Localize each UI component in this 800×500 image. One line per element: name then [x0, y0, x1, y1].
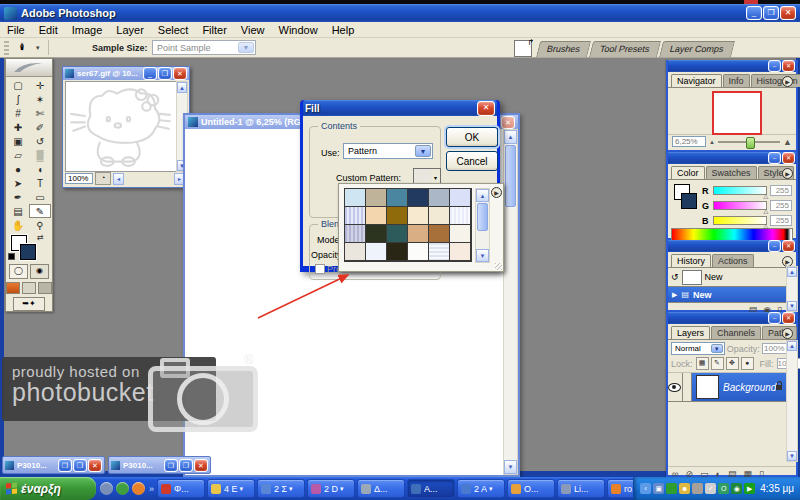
navigator-panel-titlebar[interactable]: –✕ [668, 60, 796, 72]
navigator-zoom-field[interactable]: 6,25% [672, 136, 706, 147]
visibility-cell[interactable] [668, 373, 683, 401]
fullscreen-menubar-icon[interactable] [22, 282, 36, 294]
taskbar-button-A[interactable]: A... [407, 479, 455, 498]
panel-menu-icon[interactable]: ▶ [782, 168, 793, 179]
play-icon[interactable]: ▶ [744, 483, 755, 494]
lock-image-icon[interactable]: ✎ [711, 357, 724, 370]
shield-icon[interactable]: ✓ [705, 483, 716, 494]
sample-size-select[interactable]: Point Sample ▼ [152, 40, 256, 55]
tool-brush[interactable]: ✐ [29, 120, 51, 134]
taskbar-button-O[interactable]: O... [507, 479, 555, 498]
layers-panel-titlebar[interactable]: –✕ [668, 312, 796, 324]
tool-type[interactable]: T [29, 176, 51, 190]
slider-thumb-icon[interactable]: △ [763, 192, 768, 199]
tool-clone-stamp[interactable]: ▣ [7, 134, 29, 148]
slider-thumb-icon[interactable]: △ [763, 222, 768, 229]
navigator-proxy-view[interactable] [712, 91, 762, 135]
palette-tab-tool-presets[interactable]: Tool Presets [589, 41, 661, 57]
panel-menu-icon[interactable]: ▶ [782, 328, 793, 339]
pattern-swatch[interactable] [428, 188, 450, 207]
panel-minimize-button[interactable]: – [768, 60, 781, 72]
tool-lasso[interactable]: ʃ [7, 92, 29, 106]
panel-close-button[interactable]: ✕ [782, 312, 795, 324]
menu-filter[interactable]: Filter [195, 22, 233, 38]
navigator-zoom-slider[interactable] [718, 141, 780, 143]
channel-slider[interactable]: △ [713, 201, 767, 210]
maximize-button[interactable]: ❒ [763, 6, 779, 20]
title-bar[interactable]: Adobe Photoshop _ ❒ ✕ [0, 4, 800, 22]
menu-view[interactable]: View [234, 22, 272, 38]
kitty-canvas[interactable] [65, 81, 177, 172]
pattern-swatch[interactable] [449, 242, 471, 261]
kitty-minimize-button[interactable]: _ [143, 67, 157, 80]
taskbar-button-2[interactable]: 2 Σ ▾ [257, 479, 305, 498]
taskbar-button-app[interactable]: Φ... [157, 479, 205, 498]
tool-eyedropper[interactable]: ✎ [29, 204, 51, 218]
minimized-doc-2[interactable]: P3010... ❐ ❒ ✕ [108, 456, 211, 474]
panel-close-button[interactable]: ✕ [782, 60, 795, 72]
quickstart-icon[interactable]: O [718, 483, 729, 494]
channel-value[interactable]: 255 [770, 185, 792, 196]
options-bar-grip[interactable] [4, 41, 9, 55]
tool-slice[interactable]: ✄ [29, 106, 51, 120]
lock-position-icon[interactable]: ✥ [726, 357, 739, 370]
network-icon[interactable]: ▣ [653, 483, 664, 494]
channel-slider[interactable]: △ [713, 216, 767, 225]
background-color-chip[interactable] [20, 244, 36, 260]
tool-dodge[interactable]: ◖ [29, 162, 51, 176]
tool-notes[interactable]: ▤ [7, 204, 29, 218]
tab-color[interactable]: Color [671, 166, 705, 179]
pattern-swatch[interactable] [428, 206, 450, 225]
fill-dialog-title-bar[interactable]: Fill ✕ [303, 100, 497, 116]
pattern-swatch[interactable] [365, 242, 387, 261]
kitty-close-button[interactable]: ✕ [173, 67, 187, 80]
pattern-swatch[interactable] [344, 242, 366, 261]
tool-blur[interactable]: ● [7, 162, 29, 176]
taskbar-button-app[interactable]: Δ... [357, 479, 405, 498]
tool-healing-brush[interactable]: ✚ [7, 120, 29, 134]
tool-hand[interactable]: ✋ [7, 218, 29, 232]
close-button[interactable]: ✕ [88, 459, 102, 472]
menu-layer[interactable]: Layer [109, 22, 151, 38]
palette-tab-layer-comps[interactable]: Layer Comps [659, 41, 735, 57]
tool-history-brush[interactable]: ↺ [29, 134, 51, 148]
history-scrollbar[interactable]: ▲▼ [786, 266, 798, 312]
tab-channels[interactable]: Channels [711, 326, 761, 339]
bg-chip[interactable] [681, 193, 697, 209]
green-app-icon[interactable] [116, 482, 129, 495]
tool-gradient[interactable]: ▒ [29, 148, 51, 162]
untitled-vscrollbar[interactable]: ▲ ▼ [503, 129, 518, 475]
tool-move[interactable]: ✛ [29, 78, 51, 92]
taskbar-button-Li[interactable]: Li... [557, 479, 605, 498]
panel-minimize-button[interactable]: – [768, 312, 781, 324]
minimized-doc-1[interactable]: P3010... ❐ ❒ ✕ [2, 456, 105, 474]
fullscreen-icon[interactable] [38, 282, 52, 294]
pattern-swatch[interactable] [344, 224, 366, 243]
panel-minimize-button[interactable]: – [768, 152, 781, 164]
media-player-icon[interactable] [100, 482, 113, 495]
status-info-icon[interactable]: ◔ [95, 172, 111, 185]
color-panel-titlebar[interactable]: –✕ [668, 152, 796, 164]
pattern-swatch[interactable] [344, 188, 366, 207]
panel-minimize-button[interactable]: – [768, 240, 781, 252]
menu-file[interactable]: File [0, 22, 32, 38]
fill-dialog-close-button[interactable]: ✕ [477, 101, 495, 116]
default-colors-icon[interactable] [8, 253, 15, 260]
close-button[interactable]: ✕ [194, 459, 208, 472]
kitty-hscroll-left[interactable]: ◂ [113, 173, 124, 185]
blend-mode-select[interactable]: Normal ▼ [671, 342, 725, 355]
picker-menu-icon[interactable]: ▶ [491, 187, 502, 198]
pattern-swatch[interactable] [449, 188, 471, 207]
lock-transparency-icon[interactable]: ▦ [696, 357, 709, 370]
preserve-checkbox[interactable] [315, 264, 325, 274]
opacity-value[interactable]: 100% [762, 343, 788, 354]
zoom-out-icon[interactable]: ▲ [709, 139, 715, 145]
menu-window[interactable]: Window [272, 22, 325, 38]
slider-thumb-icon[interactable]: △ [763, 207, 768, 214]
maximize-button[interactable]: ❒ [179, 459, 193, 472]
taskbar-button-ro[interactable]: ro... [607, 479, 633, 498]
menu-edit[interactable]: Edit [32, 22, 65, 38]
pattern-swatch[interactable] [428, 224, 450, 243]
eyedropper-tool-icon[interactable]: ✒ [16, 42, 29, 51]
quick-launch-overflow[interactable]: » [149, 484, 154, 494]
